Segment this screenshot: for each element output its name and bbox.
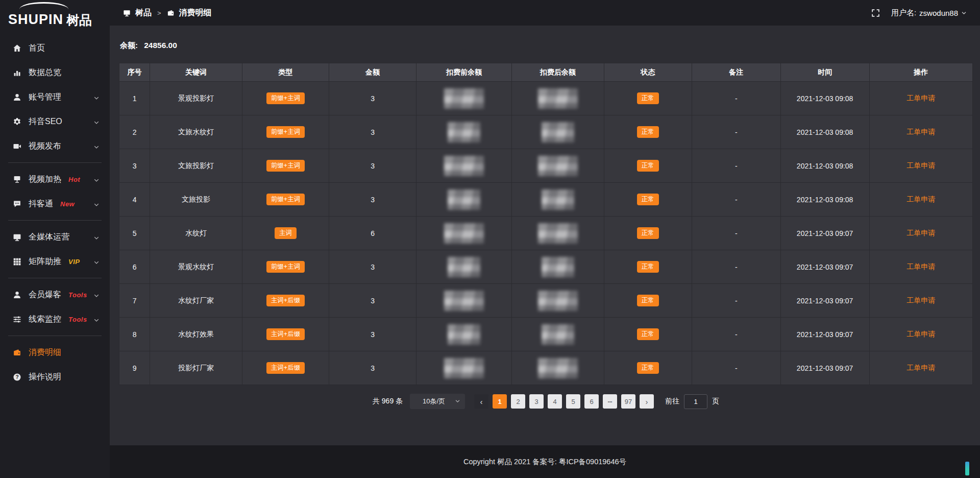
page-button-4[interactable]: 4 <box>548 394 562 409</box>
sidebar-item-video-heat[interactable]: 视频加热Hot <box>0 167 110 192</box>
page-button-1[interactable]: 1 <box>493 394 507 409</box>
footer: Copyright 树品 2021 备案号: 粤ICP备09019646号 <box>110 445 980 478</box>
column-header: 扣费后余额 <box>512 63 604 82</box>
cell-amount: 3 <box>329 82 416 115</box>
sidebar-item-matrix-boost[interactable]: 矩阵助推VIP <box>0 249 110 274</box>
page-button-97[interactable]: 97 <box>621 394 635 409</box>
ticket-request-link[interactable]: 工单申请 <box>906 296 935 304</box>
cell-type: 主词 <box>242 217 329 250</box>
cell-keyword: 水纹灯 <box>150 217 242 250</box>
table-body: 1 景观投影灯 前缀+主词 3 正常 - 2021-12-03 09:08 工单… <box>119 82 973 385</box>
goto-page-input[interactable] <box>684 394 707 409</box>
ticket-request-link[interactable]: 工单申请 <box>906 94 935 102</box>
breadcrumb-root[interactable]: 树品 <box>135 8 152 18</box>
cell-time: 2021-12-03 09:08 <box>780 149 869 183</box>
cell-action: 工单申请 <box>869 149 972 183</box>
table-row: 9 投影灯厂家 主词+后缀 3 正常 - 2021-12-03 09:07 工单… <box>119 351 973 385</box>
cell-keyword: 文旅水纹灯 <box>150 115 242 149</box>
cell-index: 8 <box>119 318 150 351</box>
type-badge: 主词+后缀 <box>266 295 305 306</box>
cell-status: 正常 <box>604 115 692 149</box>
type-badge: 主词+后缀 <box>266 362 305 374</box>
ticket-request-link[interactable]: 工单申请 <box>906 330 935 338</box>
cell-index: 3 <box>119 149 150 183</box>
sidebar-divider <box>8 162 102 163</box>
grid-icon <box>12 257 21 266</box>
redacted-balance-before <box>444 223 484 244</box>
sidebar-item-account-management[interactable]: 账号管理 <box>0 85 110 109</box>
side-widget-tab[interactable] <box>965 462 969 475</box>
cell-amount: 3 <box>329 183 416 217</box>
sidebar-item-douketong[interactable]: 抖客通New <box>0 192 110 216</box>
redacted-balance-before <box>448 122 480 142</box>
balance-value: 24856.00 <box>144 41 177 50</box>
cell-time: 2021-12-03 09:07 <box>780 250 869 284</box>
user-dropdown[interactable]: 用户名: zswodun88 <box>891 8 967 18</box>
status-badge: 正常 <box>637 227 659 239</box>
cell-balance-before <box>416 115 511 149</box>
redacted-balance-before <box>444 291 484 311</box>
sidebar-item-video-publish[interactable]: 视频发布 <box>0 134 110 158</box>
page-ellipsis[interactable]: ••• <box>603 394 617 409</box>
screen-icon <box>12 175 21 184</box>
sidebar-item-operation-guide[interactable]: ?操作说明 <box>0 365 110 389</box>
app-logo[interactable]: SHUPIN 树品 <box>0 0 110 29</box>
redacted-balance-after <box>538 156 578 176</box>
goto-label: 前往 <box>665 397 679 406</box>
cell-balance-after <box>512 115 604 149</box>
chevron-down-icon <box>93 94 100 100</box>
balance: 余额: 24856.00 <box>120 41 973 51</box>
ticket-request-link[interactable]: 工单申请 <box>906 128 935 136</box>
pagination: 共 969 条 10条/页 ‹ 123456•••97 › 前往 页 <box>119 394 973 409</box>
table-row: 4 文旅投影 前缀+主词 3 正常 - 2021-12-03 09:08 工单申… <box>119 183 973 217</box>
page-size-select[interactable]: 10条/页 <box>410 394 465 409</box>
sidebar-item-data-overview[interactable]: 数据总览 <box>0 60 110 85</box>
cell-keyword: 景观投影灯 <box>150 82 242 115</box>
ticket-request-link[interactable]: 工单申请 <box>906 262 935 271</box>
page-button-3[interactable]: 3 <box>529 394 544 409</box>
fullscreen-icon[interactable] <box>871 9 880 17</box>
sidebar-item-douyin-seo[interactable]: 抖音SEO <box>0 109 110 134</box>
page-button-5[interactable]: 5 <box>566 394 580 409</box>
ticket-request-link[interactable]: 工单申请 <box>906 195 935 203</box>
redacted-balance-after <box>538 358 578 378</box>
cell-time: 2021-12-03 09:08 <box>780 183 869 217</box>
redacted-balance-after <box>542 257 574 277</box>
redacted-balance-after <box>542 122 574 142</box>
redacted-balance-before <box>444 88 484 109</box>
redacted-balance-before <box>444 358 484 378</box>
ticket-request-link[interactable]: 工单申请 <box>906 161 935 170</box>
breadcrumb: 树品 > 消费明细 <box>123 8 212 18</box>
cell-action: 工单申请 <box>869 217 972 250</box>
cell-keyword: 文旅投影灯 <box>150 149 242 183</box>
cell-balance-after <box>512 250 604 284</box>
header-right: 用户名: zswodun88 <box>871 8 967 18</box>
sidebar-item-label: 抖音SEO <box>29 116 62 127</box>
cell-time: 2021-12-03 09:07 <box>780 217 869 250</box>
cell-action: 工单申请 <box>869 284 972 318</box>
sidebar-item-member-burst[interactable]: 会员爆客Tools <box>0 282 110 307</box>
monitor-icon <box>123 9 131 17</box>
ticket-request-link[interactable]: 工单申请 <box>906 364 935 372</box>
next-page-button[interactable]: › <box>640 394 654 409</box>
sidebar-item-lead-monitor[interactable]: 线索监控Tools <box>0 307 110 331</box>
ticket-request-link[interactable]: 工单申请 <box>906 229 935 237</box>
sidebar-item-label: 消费明细 <box>29 347 61 358</box>
menu-badge: Tools <box>68 316 87 323</box>
type-badge: 前缀+主词 <box>266 261 305 273</box>
page-button-2[interactable]: 2 <box>511 394 525 409</box>
home-icon <box>12 43 21 53</box>
page-button-6[interactable]: 6 <box>584 394 599 409</box>
cell-time: 2021-12-03 09:08 <box>780 115 869 149</box>
sidebar-item-label: 账号管理 <box>29 92 61 103</box>
prev-page-button[interactable]: ‹ <box>474 394 488 409</box>
sidebar-item-consumption-detail[interactable]: 消费明细 <box>0 340 110 365</box>
chevron-down-icon <box>93 292 100 298</box>
sidebar-item-all-media-operation[interactable]: 全媒体运营 <box>0 225 110 249</box>
cell-status: 正常 <box>604 149 692 183</box>
top-header: 树品 > 消费明细 用户名: zswodun88 <box>110 0 980 26</box>
sidebar-item-home[interactable]: 首页 <box>0 36 110 60</box>
cell-balance-before <box>416 82 511 115</box>
cell-index: 1 <box>119 82 150 115</box>
status-badge: 正常 <box>637 261 659 273</box>
